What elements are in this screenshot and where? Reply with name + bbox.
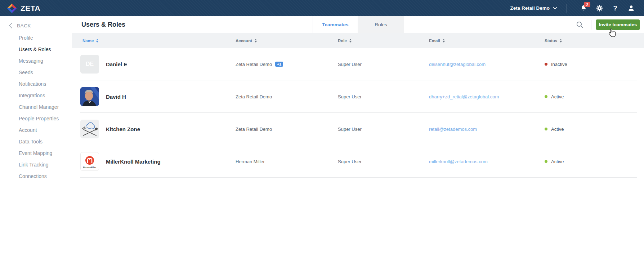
avatar-initials: DE xyxy=(86,61,94,67)
user-menu-button[interactable] xyxy=(623,0,639,16)
account-selector-label: Zeta Retail Demo xyxy=(510,5,550,11)
user-account: Zeta Retail Demo +1 xyxy=(236,48,283,80)
table-row[interactable]: Kitchen Zone Zeta Retail Demo Super User… xyxy=(72,113,644,145)
chef-logo xyxy=(80,120,99,138)
status-dot-inactive xyxy=(545,63,547,66)
user-account: Herman Miller xyxy=(236,145,265,178)
sort-icon xyxy=(560,39,562,43)
sidebar-item-connections[interactable]: Connections xyxy=(0,170,71,182)
gear-icon xyxy=(596,4,603,12)
sidebar-item-event-mapping[interactable]: Event Mapping xyxy=(0,147,71,159)
settings-sidebar: BACK Profile Users & Roles Messaging See… xyxy=(0,16,71,280)
sort-icon xyxy=(255,39,257,43)
account-count-badge[interactable]: +1 xyxy=(275,62,283,67)
topbar-divider xyxy=(567,4,567,13)
table-row[interactable]: HermanMiller MillerKnoll Marketing Herma… xyxy=(72,145,644,178)
table-row[interactable]: David H Zeta Retail Demo Super User dhar… xyxy=(72,80,644,113)
user-name: David H xyxy=(106,80,126,113)
sort-icon xyxy=(96,39,98,43)
avatar xyxy=(80,87,99,106)
status-label: Active xyxy=(551,159,564,164)
search-icon xyxy=(576,21,584,29)
invite-teammates-button[interactable]: Invite teammates xyxy=(596,19,640,30)
column-header-email[interactable]: Email xyxy=(429,33,445,48)
help-button[interactable]: ? xyxy=(607,0,623,16)
table-row[interactable]: DE Daniel E Zeta Retail Demo +1 Super Us… xyxy=(72,48,644,80)
hermanmiller-logo-caption: HermanMiller xyxy=(83,166,96,168)
user-status: Active xyxy=(545,113,564,145)
column-header-status[interactable]: Status xyxy=(545,33,562,48)
status-dot-active xyxy=(545,128,547,130)
settings-button[interactable] xyxy=(591,0,607,16)
zeta-diamond-icon xyxy=(6,3,17,14)
user-status: Active xyxy=(545,145,564,178)
sidebar-item-seeds[interactable]: Seeds xyxy=(0,67,71,78)
sidebar-item-messaging[interactable]: Messaging xyxy=(0,55,71,67)
user-name: Kitchen Zone xyxy=(106,113,140,145)
sort-icon xyxy=(349,39,352,43)
notifications-button[interactable]: 2 xyxy=(576,0,591,16)
user-role: Super User xyxy=(338,145,362,178)
sidebar-nav: Profile Users & Roles Messaging Seeds No… xyxy=(0,32,71,182)
sidebar-item-channel-manager[interactable]: Channel Manager xyxy=(0,101,71,113)
tab-roles[interactable]: Roles xyxy=(358,16,404,33)
status-dot-active xyxy=(545,95,547,98)
chevron-left-icon xyxy=(9,23,12,28)
header-divider xyxy=(591,20,591,30)
user-account: Zeta Retail Demo xyxy=(236,113,272,145)
table-header: Name Account Role Email Status xyxy=(72,33,644,48)
sidebar-item-integrations[interactable]: Integrations xyxy=(0,90,71,101)
status-label: Active xyxy=(551,126,564,132)
avatar xyxy=(80,120,99,138)
user-role: Super User xyxy=(338,80,362,113)
page-title: Users & Roles xyxy=(81,16,125,33)
user-role: Super User xyxy=(338,113,362,145)
user-role: Super User xyxy=(338,48,362,80)
sidebar-item-link-tracking[interactable]: Link Tracking xyxy=(0,159,71,170)
user-email-link[interactable]: millerknoll@zetademos.com xyxy=(429,145,488,178)
brand-name: ZETA xyxy=(21,4,40,13)
user-email-link[interactable]: deisenhut@zetaglobal.com xyxy=(429,48,486,80)
hermanmiller-logo-icon xyxy=(84,155,95,166)
user-status: Active xyxy=(545,80,564,113)
account-selector[interactable]: Zeta Retail Demo xyxy=(510,5,557,11)
back-button[interactable]: BACK xyxy=(9,21,31,30)
main-content: Users & Roles Teammates Roles Invite tea… xyxy=(72,16,644,280)
avatar: DE xyxy=(80,55,99,74)
topbar-actions: Zeta Retail Demo 2 xyxy=(510,0,639,16)
column-header-name[interactable]: Name xyxy=(82,33,98,48)
status-dot-active xyxy=(545,160,547,163)
user-photo xyxy=(80,87,99,106)
tab-teammates[interactable]: Teammates xyxy=(313,16,358,33)
user-status: Inactive xyxy=(545,48,567,80)
sidebar-item-data-tools[interactable]: Data Tools xyxy=(0,136,71,147)
chevron-down-icon xyxy=(553,7,557,10)
column-header-role[interactable]: Role xyxy=(338,33,352,48)
top-bar: ZETA Zeta Retail Demo 2 xyxy=(0,0,644,16)
user-email-link[interactable]: retail@zetademos.com xyxy=(429,113,477,145)
status-label: Inactive xyxy=(551,62,567,67)
sort-icon xyxy=(443,39,445,43)
user-email-link[interactable]: dharry+zd_retial@zetaglobal.com xyxy=(429,80,499,113)
status-label: Active xyxy=(551,94,564,99)
sidebar-item-users-roles[interactable]: Users & Roles xyxy=(0,44,71,55)
zeta-logo[interactable]: ZETA xyxy=(6,3,40,14)
sidebar-item-notifications[interactable]: Notifications xyxy=(0,78,71,90)
search-button[interactable] xyxy=(574,19,585,30)
column-header-account[interactable]: Account xyxy=(236,33,257,48)
user-name: MillerKnoll Marketing xyxy=(106,145,161,178)
back-label: BACK xyxy=(17,23,31,28)
help-icon: ? xyxy=(613,4,617,12)
sidebar-item-account[interactable]: Account xyxy=(0,124,71,136)
avatar: HermanMiller xyxy=(80,152,99,171)
user-account: Zeta Retail Demo xyxy=(236,80,272,113)
user-icon xyxy=(627,4,635,12)
page-header: Users & Roles Teammates Roles Invite tea… xyxy=(72,16,644,33)
sidebar-item-people-properties[interactable]: People Properties xyxy=(0,113,71,124)
sidebar-item-profile[interactable]: Profile xyxy=(0,32,71,44)
notification-badge: 2 xyxy=(584,2,590,7)
user-name: Daniel E xyxy=(106,48,127,80)
